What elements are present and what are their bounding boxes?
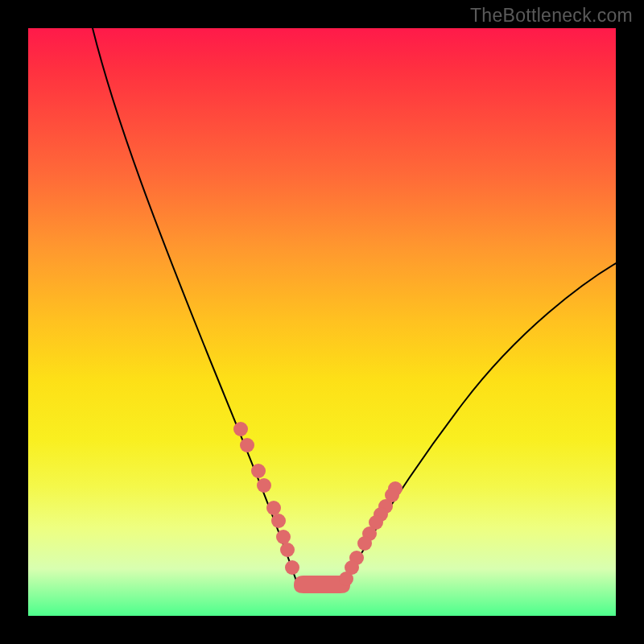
dot	[271, 514, 286, 528]
dot	[280, 543, 295, 557]
dot	[240, 438, 254, 452]
dot	[285, 560, 299, 575]
watermark-text: TheBottleneck.com	[470, 5, 633, 27]
chart-svg	[28, 28, 616, 616]
dot	[233, 422, 248, 436]
dot	[266, 501, 281, 515]
left-curve	[93, 28, 298, 585]
right-dot-cluster	[339, 481, 402, 586]
dot	[257, 478, 271, 493]
chart-plot-area	[28, 28, 616, 616]
dot	[276, 530, 291, 544]
dot	[357, 536, 372, 551]
dot	[251, 464, 266, 478]
dot	[339, 572, 353, 586]
right-curve	[342, 263, 616, 587]
